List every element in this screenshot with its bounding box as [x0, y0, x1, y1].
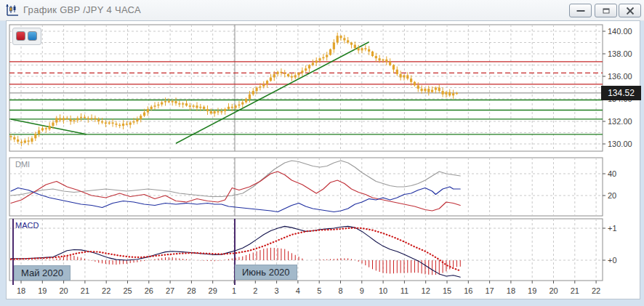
candlestick-chart-icon: [6, 4, 19, 17]
dmi-panel-label: DMI: [15, 160, 30, 169]
svg-text:25: 25: [123, 286, 132, 295]
svg-text:1: 1: [232, 286, 236, 295]
svg-text:27: 27: [166, 286, 174, 295]
svg-text:8: 8: [338, 286, 342, 295]
svg-text:19: 19: [38, 286, 47, 295]
svg-text:4: 4: [296, 286, 300, 295]
svg-text:+1: +1: [608, 224, 617, 233]
restore-icon: [603, 8, 609, 13]
month-label-may: Май 2020: [14, 265, 71, 281]
chart-plot-area[interactable]: 140.00138.00136.00134.00132.00130.004020…: [7, 21, 640, 299]
svg-text:+0: +0: [608, 256, 617, 265]
svg-text:26: 26: [145, 286, 153, 295]
svg-text:29: 29: [209, 286, 217, 295]
svg-text:9: 9: [360, 286, 364, 295]
svg-text:22: 22: [592, 286, 600, 295]
minimize-button[interactable]: [569, 4, 592, 17]
svg-text:138.00: 138.00: [608, 49, 632, 58]
red-marker-button[interactable]: [16, 31, 25, 41]
svg-text:28: 28: [187, 286, 196, 295]
svg-text:140.00: 140.00: [608, 27, 632, 36]
close-button[interactable]: [619, 4, 641, 17]
month-label-june: Июнь 2020: [235, 265, 297, 280]
chart-toolbar: [12, 28, 41, 45]
blue-marker-button[interactable]: [28, 31, 37, 41]
svg-text:22: 22: [102, 286, 110, 295]
svg-text:12: 12: [422, 286, 430, 295]
window-title: График GBP /JPY 4 ЧАСА: [23, 4, 141, 15]
svg-text:132.00: 132.00: [608, 117, 632, 126]
svg-text:18: 18: [17, 286, 25, 295]
svg-text:20: 20: [549, 286, 558, 295]
svg-text:2: 2: [253, 286, 257, 295]
svg-text:5: 5: [317, 286, 321, 295]
restore-button[interactable]: [595, 4, 617, 17]
svg-text:15: 15: [443, 286, 451, 295]
svg-text:20: 20: [59, 286, 68, 295]
chart-container: 140.00138.00136.00134.00132.00130.004020…: [6, 20, 640, 299]
svg-text:19: 19: [528, 286, 536, 295]
svg-text:21: 21: [571, 286, 579, 295]
application-window: График GBP /JPY 4 ЧАСА 140.00138.00136.0…: [0, 0, 644, 306]
window-titlebar[interactable]: График GBP /JPY 4 ЧАСА: [0, 0, 644, 21]
close-icon: [626, 7, 634, 15]
svg-text:3: 3: [275, 286, 279, 295]
svg-text:20: 20: [608, 191, 616, 200]
svg-text:40: 40: [608, 169, 616, 178]
svg-text:16: 16: [464, 286, 472, 295]
svg-text:21: 21: [81, 286, 89, 295]
svg-text:130.00: 130.00: [608, 140, 632, 148]
svg-text:17: 17: [485, 286, 494, 295]
minimize-icon: [576, 10, 584, 12]
macd-panel-label: MACD: [15, 221, 39, 230]
current-price-badge: 134.52: [601, 86, 641, 100]
svg-text:18: 18: [507, 286, 515, 295]
svg-text:11: 11: [401, 286, 408, 295]
svg-text:10: 10: [379, 286, 387, 295]
svg-text:136.00: 136.00: [608, 72, 632, 81]
